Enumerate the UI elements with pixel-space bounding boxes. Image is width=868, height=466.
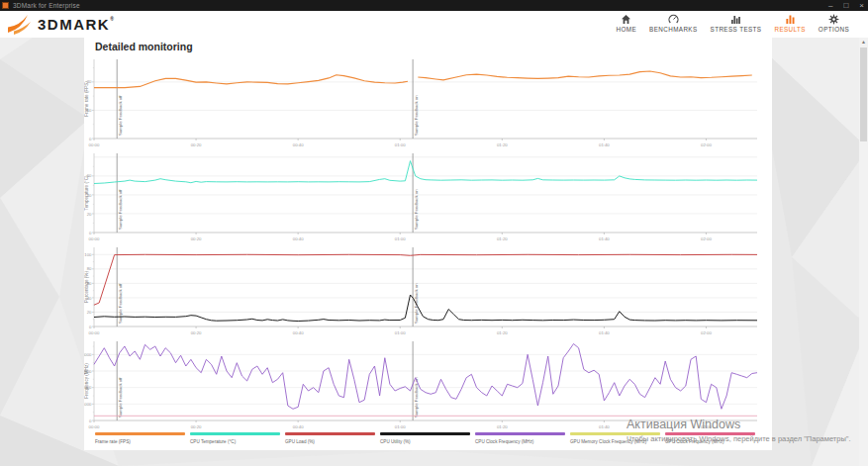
y-tick-label: 0 [89, 419, 92, 423]
frequency-chart: 0100020003000400000:0000:2000:4001:0001:… [84, 339, 772, 432]
y-tick-label: 100 [84, 252, 92, 257]
legend-swatch [665, 432, 755, 435]
content-panel: Detailed monitoring 0102000:0000:2000:40… [84, 38, 772, 450]
nav-item-stress-tests[interactable]: STRESS TESTS [709, 13, 764, 34]
y-tick-label: 20 [87, 212, 92, 217]
y-axis-title: Frame rate (FPS) [84, 81, 89, 117]
x-tick-label: 00:20 [191, 142, 202, 147]
marker-label: Sample Feedback off [118, 95, 123, 136]
maximize-button[interactable]: □ [843, 0, 848, 11]
x-tick-label: 01:20 [497, 142, 508, 147]
x-tick-label: 00:40 [293, 142, 304, 147]
x-tick-label: 01:00 [395, 236, 406, 241]
x-tick-label: 02:00 [701, 142, 712, 147]
legend-item-3: CPU Utility (%) [380, 432, 475, 444]
y-axis-title: Temperature (°C) [84, 175, 89, 211]
legend-label: GPU Memory Clock Frequency (MHz) [570, 439, 665, 444]
scroll-up-icon[interactable]: ▲ [859, 38, 868, 47]
legend-item-2: GPU Load (%) [285, 432, 380, 444]
legend-swatch [95, 432, 185, 435]
app-icon [2, 2, 9, 9]
legend-label: CPU Clock Frequency (MHz) [475, 439, 570, 444]
results-icon [785, 14, 796, 25]
legend-label: GPU Load (%) [285, 439, 380, 444]
legend-item-5: GPU Memory Clock Frequency (MHz) [570, 432, 665, 444]
logo: 3DMARK® [7, 13, 115, 36]
marker-label: Sample Feedback off [118, 189, 123, 230]
page-title: Detailed monitoring [95, 41, 193, 52]
x-tick-label: 00:40 [293, 424, 304, 429]
x-tick-label: 01:20 [497, 424, 508, 429]
legend-item-4: CPU Clock Frequency (MHz) [475, 432, 570, 444]
x-tick-label: 01:20 [497, 236, 508, 241]
benchmarks-icon [668, 14, 679, 25]
legend-swatch [570, 432, 660, 435]
logo-swoosh-icon [7, 13, 34, 36]
legend-label: GPU Clock Frequency (MHz) [665, 439, 760, 444]
x-tick-label: 02:00 [701, 330, 712, 335]
x-tick-label: 00:00 [89, 424, 100, 429]
x-tick-label: 00:20 [191, 330, 202, 335]
y-tick-label: 1000 [84, 402, 92, 407]
x-tick-label: 00:40 [293, 236, 304, 241]
registered-mark: ® [110, 16, 115, 22]
legend-swatch [475, 432, 565, 435]
close-button[interactable]: × [859, 0, 864, 11]
scrollbar-thumb[interactable] [860, 47, 867, 141]
y-axis-title: Frequency (MHz) [84, 363, 89, 399]
x-tick-label: 02:00 [701, 236, 712, 241]
series-line [94, 295, 757, 322]
minimize-button[interactable]: – [828, 0, 832, 11]
options-icon [828, 14, 839, 25]
x-tick-label: 01:40 [599, 142, 610, 147]
y-tick-label: 0 [89, 325, 92, 329]
x-tick-label: 01:40 [599, 236, 610, 241]
logo-text: 3DMARK® [38, 16, 115, 33]
x-tick-label: 01:00 [395, 330, 406, 335]
marker-label: Sample Feedback on [414, 95, 419, 136]
x-tick-label: 00:00 [89, 236, 100, 241]
x-tick-label: 00:00 [89, 330, 100, 335]
app-window: 3DMark for Enterprise – □ × 3DMARK® HOME [0, 0, 868, 466]
series-line [94, 75, 408, 88]
home-icon [621, 14, 631, 25]
stress-tests-icon [730, 14, 741, 25]
y-tick-label: 0 [89, 137, 92, 141]
nav-item-results[interactable]: RESULTS [772, 13, 807, 34]
legend-label: Frame rate (FPS) [95, 439, 190, 444]
x-tick-label: 00:20 [191, 424, 202, 429]
temperature-chart: 020406000:0000:2000:4001:0001:2001:4002:… [84, 151, 772, 244]
y-tick-label: 4000 [84, 352, 92, 357]
nav-item-options[interactable]: OPTIONS [817, 13, 851, 34]
x-tick-label: 00:20 [191, 236, 202, 241]
series-line [94, 344, 757, 410]
legend-swatch [380, 432, 470, 435]
series-line [94, 161, 757, 184]
percentage-chart: 02040608010000:0000:2000:4001:0001:2001:… [84, 245, 772, 338]
legend-item-0: Frame rate (FPS) [95, 432, 190, 444]
legend-label: CPU Temperature (°C) [190, 439, 285, 444]
x-tick-label: 01:00 [395, 424, 406, 429]
legend-swatch [190, 432, 280, 435]
legend-item-1: CPU Temperature (°C) [190, 432, 285, 444]
x-tick-label: 01:40 [599, 424, 610, 429]
marker-label: Sample Feedback on [414, 189, 419, 230]
x-tick-label: 02:00 [701, 424, 712, 429]
y-tick-label: 20 [87, 310, 92, 315]
legend-swatch [285, 432, 375, 435]
x-tick-label: 00:40 [293, 330, 304, 335]
frame-rate-chart: 0102000:0000:2000:4001:0001:2001:4002:00… [84, 57, 772, 150]
app-header: 3DMARK® HOME BENCHMARKS STRESS TESTS [0, 11, 868, 38]
nav-item-home[interactable]: HOME [615, 13, 639, 34]
nav-item-benchmarks[interactable]: BENCHMARKS [647, 13, 699, 34]
marker-label: Sample Feedback off [118, 377, 123, 418]
legend-label: CPU Utility (%) [380, 439, 475, 444]
window-titlebar[interactable]: 3DMark for Enterprise – □ × [0, 0, 868, 11]
x-tick-label: 00:00 [89, 142, 100, 147]
window-title: 3DMark for Enterprise [13, 2, 80, 9]
vertical-scrollbar[interactable]: ▲ [859, 38, 868, 466]
legend-item-6: GPU Clock Frequency (MHz) [665, 432, 760, 444]
y-tick-label: 80 [87, 266, 92, 271]
x-tick-label: 01:40 [599, 330, 610, 335]
x-tick-label: 01:00 [395, 142, 406, 147]
